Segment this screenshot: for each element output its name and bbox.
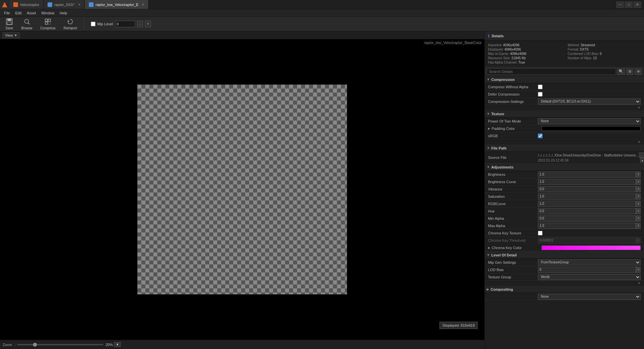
- grid-view-button[interactable]: ⊞: [626, 68, 633, 75]
- compositing-dropdown[interactable]: None: [538, 294, 641, 300]
- lod-expand-arrow-icon[interactable]: ▼: [637, 281, 641, 285]
- saturation-input[interactable]: [538, 193, 636, 199]
- prop-chroma-key-color: ▶ Chroma Key Color: [485, 244, 644, 251]
- properties-scroll[interactable]: ▼ Compression Compress Without Alpha Def…: [485, 76, 644, 349]
- prop-brightness: Brightness ⇕: [485, 171, 644, 178]
- tab-close-icon[interactable]: ✕: [142, 3, 144, 6]
- save-button[interactable]: Save: [3, 16, 16, 31]
- search-input[interactable]: [487, 68, 616, 75]
- brightness-curve-spin-button[interactable]: ⇕: [636, 179, 641, 185]
- app-logo: [0, 0, 9, 9]
- section-texture-arrow: ▼: [487, 112, 490, 116]
- lod-bias-spin-button[interactable]: ⇕: [636, 267, 641, 273]
- mip-decrement-button[interactable]: -: [137, 21, 143, 27]
- chroma-key-texture-checkbox[interactable]: [538, 231, 543, 235]
- reimport-button[interactable]: Reimport: [61, 16, 80, 31]
- tab-velociraptor[interactable]: Velociraptor: [9, 0, 44, 9]
- prop-min-alpha-label: Min Alpha: [488, 216, 538, 220]
- prop-srgb-label: sRGB: [488, 134, 538, 138]
- view-label: View: [5, 33, 13, 37]
- title-tabs: Velociraptor raptor_SSS* ✕ raptor_low_Ve…: [9, 0, 613, 9]
- prop-hue-label: Hue: [488, 209, 538, 213]
- menu-asset[interactable]: Asset: [24, 10, 39, 16]
- max-alpha-spin-button[interactable]: ⇕: [636, 223, 641, 229]
- hue-input[interactable]: [538, 208, 636, 214]
- search-button[interactable]: 🔍: [617, 68, 625, 75]
- tab-label: Velociraptor: [20, 3, 39, 7]
- tab-close-icon[interactable]: ✕: [78, 3, 80, 6]
- menu-help[interactable]: Help: [57, 10, 70, 16]
- source-file-browse-button[interactable]: ...: [639, 153, 644, 158]
- compression-settings-dropdown[interactable]: Default (DXT1/5, BC1/3 on DX11): [538, 99, 641, 105]
- expand-arrow-icon[interactable]: ▼: [637, 106, 641, 110]
- zoom-down-button[interactable]: ▼: [114, 342, 121, 347]
- mip-gen-settings-dropdown[interactable]: FromTextureGroup: [538, 259, 641, 265]
- power-of-two-dropdown[interactable]: None: [538, 118, 641, 124]
- chroma-key-color-expand-icon[interactable]: ▶: [488, 246, 490, 249]
- svg-rect-9: [48, 22, 51, 24]
- mip-level-input[interactable]: [115, 21, 135, 27]
- prop-max-alpha-label: Max Alpha: [488, 224, 538, 228]
- source-file-text: /../../../../../../One Drive/University/…: [538, 154, 638, 157]
- lod-bias-input[interactable]: [538, 267, 636, 273]
- srgb-checkbox[interactable]: [538, 134, 543, 138]
- info-resource-label: Resource Size: 21845 Kb: [488, 56, 561, 60]
- section-adjustments[interactable]: ▼ Adjustments: [485, 164, 644, 171]
- zoom-percent: 20%: [105, 343, 113, 347]
- min-alpha-input[interactable]: [538, 215, 636, 221]
- zoom-slider[interactable]: [17, 344, 103, 345]
- maximize-button[interactable]: □: [625, 1, 633, 8]
- section-filepath[interactable]: ▼ File Path: [485, 145, 644, 152]
- tab-raptor-low[interactable]: raptor_low_Velociraptor_E ✕: [85, 0, 149, 9]
- texture-expand-arrow-icon[interactable]: ▼: [637, 140, 641, 144]
- section-adjustments-title: Adjustments: [491, 165, 514, 169]
- close-button[interactable]: ✕: [633, 1, 641, 8]
- max-alpha-input[interactable]: [538, 223, 636, 229]
- svg-marker-10: [68, 20, 70, 22]
- tab-icon: [13, 2, 18, 7]
- chroma-key-color-swatch[interactable]: [542, 245, 641, 250]
- filter-button[interactable]: 👁: [635, 68, 642, 75]
- compress-button[interactable]: Compress: [38, 16, 58, 31]
- section-texture[interactable]: ▼ Texture: [485, 110, 644, 118]
- hue-spin-button[interactable]: ⇕: [636, 208, 641, 214]
- menu-window[interactable]: Window: [39, 10, 57, 16]
- menu-edit[interactable]: Edit: [13, 10, 24, 16]
- padding-color-subsection: ▶ Padding Color: [488, 127, 542, 131]
- defer-compression-checkbox[interactable]: [538, 92, 543, 97]
- min-alpha-spin-button[interactable]: ⇕: [636, 215, 641, 221]
- prop-compression-settings: Compression Settings Default (DXT1/5, BC…: [485, 98, 644, 105]
- rgb-curve-spin-button[interactable]: ⇕: [636, 201, 641, 207]
- source-file-up-button[interactable]: ▲: [640, 158, 644, 163]
- view-dropdown[interactable]: View ▼: [3, 32, 20, 38]
- displayed-tooltip: Displayed: 819x819: [439, 322, 478, 329]
- minimize-button[interactable]: ─: [616, 1, 624, 8]
- tab-icon: [89, 2, 93, 7]
- texture-group-dropdown[interactable]: World: [538, 274, 641, 280]
- tab-raptor-sss[interactable]: raptor_SSS* ✕: [44, 0, 85, 9]
- section-lod[interactable]: ▼ Level Of Detail: [485, 251, 644, 259]
- rgb-curve-input[interactable]: [538, 201, 636, 207]
- menu-file[interactable]: File: [1, 10, 13, 16]
- compress-without-alpha-checkbox[interactable]: [538, 85, 543, 89]
- section-lod-arrow: ▼: [487, 253, 490, 257]
- section-compositing[interactable]: ▶ Compositing: [485, 286, 644, 293]
- mip-level-checkbox[interactable]: [91, 22, 95, 26]
- prop-source-file: Source File /../../../../../../One Drive…: [485, 152, 644, 164]
- brightness-spin-button[interactable]: ⇕: [636, 172, 641, 177]
- section-compression[interactable]: ▼ Compression: [485, 76, 644, 83]
- section-compositing-arrow: ▶: [487, 287, 489, 291]
- padding-color-swatch[interactable]: [542, 126, 641, 131]
- viewport-bottom: Zoom : 20% ▼: [0, 340, 484, 349]
- vibrance-input[interactable]: [538, 186, 636, 192]
- info-mips-label: Number of Mips: 13: [568, 56, 641, 60]
- browse-button[interactable]: Browse: [19, 16, 35, 31]
- checker-canvas: [137, 85, 347, 294]
- brightness-curve-input[interactable]: [538, 179, 636, 185]
- padding-color-expand-icon[interactable]: ▶: [488, 127, 490, 130]
- brightness-input[interactable]: [538, 172, 636, 177]
- mip-increment-button[interactable]: +: [145, 21, 151, 27]
- details-icon: ℹ: [488, 34, 490, 38]
- vibrance-spin-button[interactable]: ⇕: [636, 186, 641, 192]
- saturation-spin-button[interactable]: ⇕: [636, 193, 641, 199]
